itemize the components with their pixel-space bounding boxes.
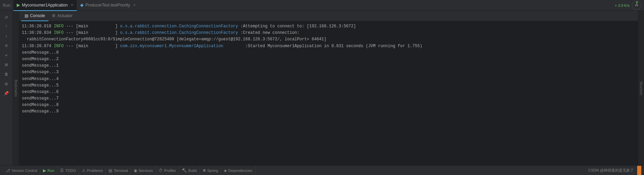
version-control-icon: ⎇	[5, 168, 10, 173]
rerun-icon[interactable]: ↺	[1, 12, 12, 21]
log-line-2: 11:36:20.834 INFO --- [main ] o.s.a.rabb…	[22, 30, 635, 36]
console-label: Console	[30, 13, 45, 18]
profiler-icon: ⏱	[159, 168, 163, 173]
todo-label: TODO	[65, 169, 76, 173]
status-bar: ⎇ Version Control ▶ Run ☰ TODO ⚠ Problem…	[0, 165, 644, 175]
status-version-control[interactable]: ⎇ Version Control	[3, 166, 40, 175]
terminal-label: Terminal	[114, 169, 128, 173]
wrap-icon[interactable]: ⇌	[1, 51, 12, 59]
status-dependencies[interactable]: ◈ Dependencies	[221, 166, 255, 175]
trash-icon[interactable]: 🗑	[1, 70, 12, 79]
status-todo[interactable]: ☰ TODO	[57, 166, 79, 175]
console-panel: ▤ Console ⚙ Actuator 11:36:20.818 INFO -…	[19, 11, 638, 165]
bookmarks-label-area: Bookmarks	[13, 11, 19, 165]
log-line-10: sendMessage...5	[22, 82, 635, 89]
status-run[interactable]: ▶ Run	[40, 166, 57, 175]
log-line-12: sendMessage...7	[22, 95, 635, 102]
status-problems[interactable]: ⚠ Problems	[79, 166, 106, 175]
todo-icon: ☰	[60, 168, 64, 173]
run-label: Run:	[3, 3, 11, 8]
dependencies-label: Dependencies	[228, 169, 252, 173]
log-line-11: sendMessage...6	[22, 89, 635, 95]
log-line-5: sendMessage...0	[22, 50, 635, 56]
speed-value: + 3.9 K/s	[615, 3, 630, 8]
tab-myconsumer-icon: ▶	[17, 2, 20, 8]
tab-producertest-icon: ◆	[80, 2, 84, 8]
tab-myconsumer[interactable]: ▶ Myconsumer1Application ✕	[13, 0, 77, 11]
tab-actuator[interactable]: ⚙ Actuator	[48, 11, 76, 21]
run-label-bottom: Run	[47, 169, 54, 173]
status-services[interactable]: ◉ Services	[131, 166, 156, 175]
csdn-badge: CSDN @帅得真的是无敌了	[585, 168, 637, 173]
problems-icon: ⚠	[82, 168, 86, 173]
log-output[interactable]: 11:36:20.818 INFO --- [main ] o.s.a.rabb…	[19, 21, 638, 165]
scroll-up-icon[interactable]: ↑	[1, 22, 12, 31]
build-icon: 🔨	[182, 168, 187, 173]
version-control-label: Version Control	[12, 169, 37, 173]
tab-producertest[interactable]: ◆ ProducerTest.testPriority ✕	[77, 0, 139, 11]
status-spring[interactable]: ❋ Spring	[200, 166, 221, 175]
profiler-label: Profiler	[164, 169, 176, 173]
circle-label: 1%	[635, 4, 638, 6]
build-label: Build	[188, 169, 196, 173]
orange-bar	[637, 166, 641, 175]
structure-label-area: Structure	[638, 11, 644, 165]
console-icon: ▤	[25, 13, 28, 18]
tree-icon[interactable]: ⊞	[1, 60, 12, 69]
services-label: Services	[138, 169, 153, 173]
log-line-1: 11:36:20.818 INFO --- [main ] o.s.a.rabb…	[22, 23, 635, 30]
bookmarks-label: Bookmarks	[14, 80, 18, 97]
actuator-icon: ⚙	[52, 13, 56, 18]
circle-graph: 1%	[632, 1, 641, 10]
spring-label: Spring	[207, 169, 218, 173]
log-line-4: 11:36:20.874 INFO --- [main ] com.zzx.my…	[22, 43, 635, 50]
log-line-14: sendMessage...9	[22, 108, 635, 115]
terminal-icon: ▤	[108, 168, 112, 173]
status-terminal[interactable]: ▤ Terminal	[106, 166, 131, 175]
speed-indicator: + 3.9 K/s 1%	[615, 1, 641, 10]
status-right: CSDN @帅得真的是无敌了	[585, 166, 641, 175]
console-tabs: ▤ Console ⚙ Actuator	[19, 11, 638, 21]
camera-icon[interactable]: ⊙	[1, 41, 12, 50]
status-profiler[interactable]: ⏱ Profiler	[156, 166, 179, 175]
services-icon: ◉	[134, 168, 137, 173]
log-line-7: sendMessage...1	[22, 63, 635, 69]
log-line-3: rabbitConnectionFactory#6601cc93:0/Simpl…	[22, 36, 635, 43]
pin-icon[interactable]: 📌	[1, 89, 12, 98]
run-icon: ▶	[43, 168, 46, 173]
tab-myconsumer-close[interactable]: ✕	[71, 3, 73, 7]
spring-icon: ❋	[203, 168, 206, 173]
tab-producertest-label: ProducerTest.testPriority	[85, 3, 130, 8]
tab-bar: Run: ▶ Myconsumer1Application ✕ ◆ Produc…	[0, 0, 644, 11]
tab-producertest-close[interactable]: ✕	[133, 3, 136, 7]
tab-myconsumer-label: Myconsumer1Application	[22, 3, 68, 8]
actuator-label: Actuator	[57, 13, 73, 18]
log-line-13: sendMessage...8	[22, 102, 635, 108]
tab-console[interactable]: ▤ Console	[21, 11, 48, 21]
status-build[interactable]: 🔨 Build	[179, 166, 200, 175]
sidebar: ↺ ↑ ↓ ⊙ ⇌ ⊞ 🗑 ⚙ 📌	[0, 11, 13, 165]
log-line-6: sendMessage...2	[22, 56, 635, 63]
scroll-down-icon[interactable]: ↓	[1, 31, 12, 40]
settings-icon[interactable]: ⚙	[1, 79, 12, 88]
log-line-8: sendMessage...3	[22, 69, 635, 76]
problems-label: Problems	[87, 169, 103, 173]
structure-label: Structure	[639, 81, 643, 95]
log-line-9: sendMessage...4	[22, 76, 635, 82]
dependencies-icon: ◈	[224, 168, 227, 173]
